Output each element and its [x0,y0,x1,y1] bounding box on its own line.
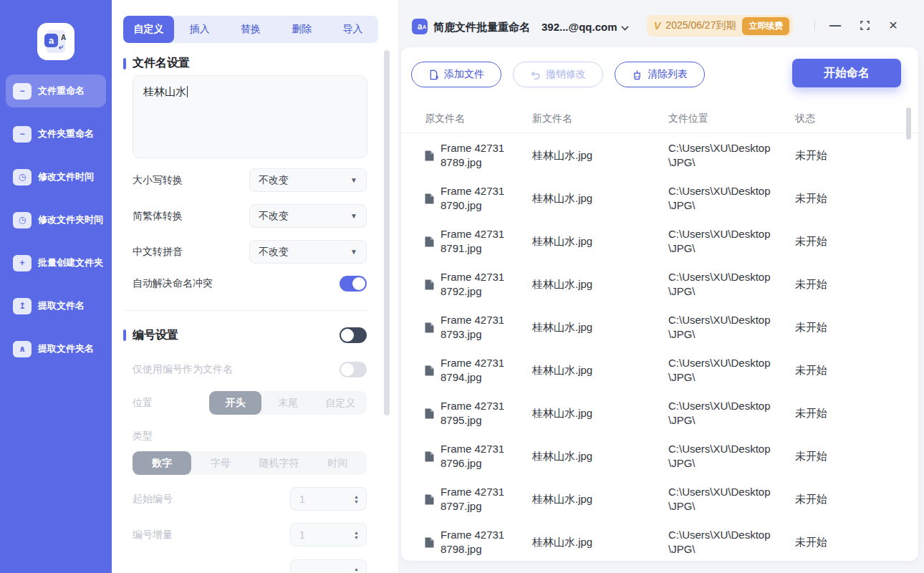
table-row[interactable]: Frame 427318790.jpg 桂林山水.jpg C:\Users\XU… [401,177,918,220]
add-file-icon [428,69,439,80]
file-location: C:\Users\XU\Desktop\JPG\ [668,270,795,299]
original-filename: Frame 427318794.jpg [441,356,504,385]
segment-option[interactable]: 开头 [209,391,261,415]
tab[interactable]: 插入 [174,16,225,43]
new-filename: 桂林山水.jpg [532,320,668,334]
tab[interactable]: 删除 [276,16,327,43]
file-icon [425,322,434,333]
section-title: 文件名设置 [133,56,190,71]
select-label: 中文转拼音 [133,246,183,259]
file-location: C:\Users\XU\Desktop\JPG\ [668,184,795,213]
tab[interactable]: 替换 [225,16,276,43]
app-title: 简鹿文件批量重命名 [433,21,530,34]
conflict-toggle[interactable] [340,276,367,292]
clear-list-button[interactable]: 清除列表 [615,62,705,87]
original-filename: Frame 427318798.jpg [441,528,504,557]
status: 未开始 [795,449,918,463]
file-location: C:\Users\XU\Desktop\JPG\ [668,313,795,342]
select-row: 中文转拼音 不改变 ▼ [133,240,367,264]
sidebar-item[interactable]: − 文件重命名 [6,74,106,107]
partial-row: ▲▼ [133,559,367,573]
folder-time-icon: ◷ [13,212,32,228]
numbering-toggle[interactable] [340,327,367,343]
app-window: a A ⤶ − 文件重命名 − 文件夹重命名 ◷ 修改文件时间 ◷ 修改文件夹时… [0,0,924,573]
vip-badge[interactable]: V 2025/06/27到期 立即续费 [647,15,793,37]
sidebar-item[interactable]: ◷ 修改文件时间 [6,160,106,193]
vip-expiry: 2025/06/27到期 [665,19,736,32]
close-button[interactable]: ✕ [886,19,900,33]
sidebar-item[interactable]: ↥ 提取文件名 [6,289,106,322]
table-scrollbar[interactable] [906,107,911,140]
step-up-icon[interactable]: ▲ [354,494,359,499]
new-filename: 桂林山水.jpg [532,363,668,377]
file-location: C:\Users\XU\Desktop\JPG\ [668,442,795,471]
original-filename: Frame 427318796.jpg [441,442,504,471]
dropdown[interactable]: 不改变 ▼ [249,204,367,228]
chevron-down-icon[interactable] [621,23,628,30]
renew-button[interactable]: 立即续费 [742,17,789,35]
status: 未开始 [795,492,918,506]
extract-filenames-icon: ↥ [13,298,32,314]
col-location: 文件位置 [668,112,795,125]
table-row[interactable]: Frame 427318796.jpg 桂林山水.jpg C:\Users\XU… [401,435,918,478]
minimize-button[interactable]: — [828,19,842,33]
maximize-button[interactable] [857,19,872,33]
table-row[interactable]: Frame 427318794.jpg 桂林山水.jpg C:\Users\XU… [401,349,918,392]
file-rename-icon: − [13,83,32,100]
file-icon [425,150,434,161]
segment-option[interactable]: 随机字符 [250,451,309,475]
status: 未开始 [795,277,918,292]
file-icon [425,451,434,462]
sidebar-item[interactable]: + 批量创建文件夹 [6,246,106,279]
new-filename: 桂林山水.jpg [532,406,668,420]
filename-textarea[interactable]: 桂林山水 [133,75,367,158]
tab[interactable]: 自定义 [123,16,174,43]
increment-stepper[interactable]: 1 ▲▼ [290,523,367,546]
step-down-icon[interactable]: ▼ [354,499,359,504]
sidebar-item[interactable]: ∧ 提取文件夹名 [6,332,106,365]
segment-option[interactable]: 自定义 [314,391,367,415]
filename-value: 桂林山水 [143,85,186,97]
add-files-button[interactable]: 添加文件 [411,62,501,87]
position-row: 位置 开头末尾自定义 [133,391,367,415]
new-filename: 桂林山水.jpg [532,492,668,506]
table-row[interactable]: Frame 427318798.jpg 桂林山水.jpg C:\Users\XU… [401,521,918,561]
file-icon [425,365,434,376]
step-down-icon[interactable]: ▼ [354,535,359,540]
original-filename: Frame 427318793.jpg [441,313,504,342]
segment-option[interactable]: 末尾 [261,391,314,415]
dropdown[interactable]: 不改变 ▼ [249,240,367,264]
table-row[interactable]: Frame 427318795.jpg 桂林山水.jpg C:\Users\XU… [401,392,918,435]
table-row[interactable]: Frame 427318791.jpg 桂林山水.jpg C:\Users\XU… [401,220,918,263]
section-accent-bar [123,58,126,69]
file-location: C:\Users\XU\Desktop\JPG\ [668,485,795,514]
file-location: C:\Users\XU\Desktop\JPG\ [668,227,795,256]
conflict-row: 自动解决命名冲突 [133,276,367,292]
logo-a-icon: a [44,34,58,47]
only-number-row: 仅使用编号作为文件名 [133,362,367,377]
table-row[interactable]: Frame 427318797.jpg 桂林山水.jpg C:\Users\XU… [401,478,918,521]
chevron-down-icon: ▼ [350,212,357,220]
table-row[interactable]: Frame 427318793.jpg 桂林山水.jpg C:\Users\XU… [401,306,918,349]
extract-folder-names-icon: ∧ [13,341,32,357]
tab[interactable]: 导入 [327,16,378,43]
segment-option[interactable]: 字母 [191,451,250,475]
segment-option[interactable]: 数字 [133,451,191,475]
partial-stepper[interactable]: ▲▼ [290,559,367,573]
start-number-stepper[interactable]: 1 ▲▼ [290,487,367,511]
only-number-toggle[interactable] [340,362,367,377]
file-location: C:\Users\XU\Desktop\JPG\ [668,141,795,170]
sidebar-item[interactable]: − 文件夹重命名 [6,117,106,150]
table-row[interactable]: Frame 427318792.jpg 桂林山水.jpg C:\Users\XU… [401,263,918,306]
step-up-icon[interactable]: ▲ [354,567,359,572]
file-icon [425,236,434,247]
undo-button[interactable]: 撤销修改 [513,62,603,87]
segment-option[interactable]: 时间 [308,451,367,475]
start-rename-button[interactable]: 开始命名 [792,59,901,87]
table-row[interactable]: Frame 427318789.jpg 桂林山水.jpg C:\Users\XU… [401,134,918,177]
step-up-icon[interactable]: ▲ [354,530,359,535]
dropdown[interactable]: 不改变 ▼ [249,168,367,192]
account-menu[interactable]: 392...@qq.com [542,21,617,33]
sidebar-item[interactable]: ◷ 修改文件夹时间 [6,203,106,236]
panel-scrollbar[interactable] [384,50,390,415]
